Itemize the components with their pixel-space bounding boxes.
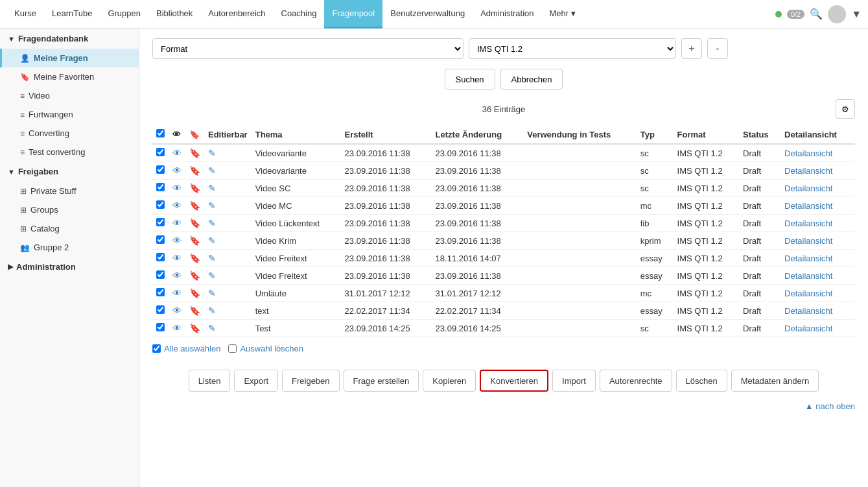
eye-icon[interactable]: 👁 xyxy=(172,148,182,158)
edit-icon[interactable]: ✎ xyxy=(208,148,216,158)
bookmark-row-icon[interactable]: 🔖 xyxy=(189,305,200,316)
row-checkbox[interactable] xyxy=(156,218,165,226)
sidebar-item-meine-fragen[interactable]: 👤 Meine Fragen xyxy=(0,49,139,67)
sidebar-item-meine-favoriten[interactable]: 🔖 Meine Favoriten xyxy=(0,67,139,86)
edit-icon[interactable]: ✎ xyxy=(208,183,216,193)
bookmark-row-icon[interactable]: 🔖 xyxy=(189,200,200,211)
auswahl-loeschen-label[interactable]: Auswahl löschen xyxy=(228,344,303,353)
qti-select[interactable]: IMS QTI 1.2 IMS QTI 2.1 xyxy=(469,38,676,59)
detail-link[interactable]: Detailansicht xyxy=(784,184,832,193)
add-filter-button[interactable]: + xyxy=(681,38,702,59)
action-btn-freigeben[interactable]: Freigeben xyxy=(282,370,340,392)
suchen-button[interactable]: Suchen xyxy=(445,69,495,89)
row-checkbox[interactable] xyxy=(156,235,165,244)
action-btn-frage-erstellen[interactable]: Frage erstellen xyxy=(344,370,419,392)
row-checkbox[interactable] xyxy=(156,148,165,156)
settings-button[interactable]: ⚙ xyxy=(836,99,855,119)
detail-link[interactable]: Detailansicht xyxy=(784,306,832,316)
bookmark-row-icon[interactable]: 🔖 xyxy=(189,183,200,193)
action-btn-löschen[interactable]: Löschen xyxy=(676,370,727,392)
edit-icon[interactable]: ✎ xyxy=(208,218,216,228)
nav-coaching[interactable]: Coaching xyxy=(274,0,325,29)
row-checkbox[interactable] xyxy=(156,200,165,209)
edit-icon[interactable]: ✎ xyxy=(208,235,216,246)
bookmark-row-icon[interactable]: 🔖 xyxy=(189,235,200,246)
detail-link[interactable]: Detailansicht xyxy=(784,148,832,158)
bookmark-row-icon[interactable]: 🔖 xyxy=(189,270,200,281)
search-icon[interactable]: 🔍 xyxy=(810,8,823,20)
nav-administration[interactable]: Administration xyxy=(473,0,541,29)
sidebar-item-private-stuff[interactable]: ⊞ Private Stuff xyxy=(0,182,139,200)
detail-link[interactable]: Detailansicht xyxy=(784,219,832,228)
bookmark-row-icon[interactable]: 🔖 xyxy=(189,323,200,333)
eye-icon[interactable]: 👁 xyxy=(172,200,182,211)
action-btn-metadaten-ändern[interactable]: Metadaten ändern xyxy=(731,370,819,392)
eye-icon[interactable]: 👁 xyxy=(172,183,182,193)
detail-link[interactable]: Detailansicht xyxy=(784,236,832,246)
sidebar-item-catalog[interactable]: ⊞ Catalog xyxy=(0,219,139,238)
bookmark-row-icon[interactable]: 🔖 xyxy=(189,165,200,176)
user-avatar[interactable] xyxy=(828,5,846,23)
action-btn-konvertieren[interactable]: Konvertieren xyxy=(480,370,548,392)
sidebar-item-video[interactable]: ≡ Video xyxy=(0,86,139,105)
row-checkbox[interactable] xyxy=(156,270,165,279)
bookmark-row-icon[interactable]: 🔖 xyxy=(189,218,200,228)
sidebar-item-furtwangen[interactable]: ≡ Furtwangen xyxy=(0,105,139,124)
edit-icon[interactable]: ✎ xyxy=(208,253,216,263)
sidebar-item-converting[interactable]: ≡ Converting xyxy=(0,124,139,143)
action-btn-kopieren[interactable]: Kopieren xyxy=(423,370,476,392)
alle-auswaehlen-label[interactable]: Alle auswählen xyxy=(152,344,220,353)
nav-kurse[interactable]: Kurse xyxy=(6,0,44,29)
detail-link[interactable]: Detailansicht xyxy=(784,254,832,263)
sidebar-section-fragendatenbank[interactable]: ▼ Fragendatenbank xyxy=(0,29,139,49)
nav-autorenbereich[interactable]: Autorenbereich xyxy=(200,0,273,29)
bookmark-row-icon[interactable]: 🔖 xyxy=(189,148,200,158)
detail-link[interactable]: Detailansicht xyxy=(784,289,832,298)
row-checkbox[interactable] xyxy=(156,165,165,174)
bookmark-row-icon[interactable]: 🔖 xyxy=(189,253,200,263)
eye-icon[interactable]: 👁 xyxy=(172,270,182,281)
row-checkbox[interactable] xyxy=(156,305,165,314)
action-btn-export[interactable]: Export xyxy=(234,370,278,392)
eye-icon[interactable]: 👁 xyxy=(172,305,182,316)
sidebar-item-test-converting[interactable]: ≡ Test converting xyxy=(0,143,139,161)
eye-icon[interactable]: 👁 xyxy=(172,253,182,263)
bookmark-row-icon[interactable]: 🔖 xyxy=(189,288,200,298)
auswahl-loeschen-checkbox[interactable] xyxy=(228,344,237,353)
abbrechen-button[interactable]: Abbrechen xyxy=(500,69,563,89)
edit-icon[interactable]: ✎ xyxy=(208,288,216,298)
action-btn-import[interactable]: Import xyxy=(552,370,596,392)
row-checkbox[interactable] xyxy=(156,183,165,191)
nav-mehr[interactable]: Mehr ▾ xyxy=(542,0,583,29)
row-checkbox[interactable] xyxy=(156,323,165,331)
edit-icon[interactable]: ✎ xyxy=(208,305,216,316)
edit-icon[interactable]: ✎ xyxy=(208,200,216,211)
action-btn-autorenrechte[interactable]: Autorenrechte xyxy=(600,370,672,392)
detail-link[interactable]: Detailansicht xyxy=(784,166,832,176)
edit-icon[interactable]: ✎ xyxy=(208,323,216,333)
format-select[interactable]: Format IMS QTI 1.2 IMS QTI 2.1 ILIAS xyxy=(152,38,463,59)
eye-icon[interactable]: 👁 xyxy=(172,323,182,333)
sidebar-section-administration[interactable]: ▶ Administration xyxy=(0,257,139,277)
select-all-checkbox[interactable] xyxy=(156,129,165,137)
nav-benutzerverwaltung[interactable]: Benutzerverwaltung xyxy=(382,0,473,29)
row-checkbox[interactable] xyxy=(156,288,165,296)
action-btn-listen[interactable]: Listen xyxy=(189,370,231,392)
nav-learntube[interactable]: LearnTube xyxy=(44,0,100,29)
remove-filter-button[interactable]: - xyxy=(707,38,728,59)
eye-icon[interactable]: 👁 xyxy=(172,165,182,176)
user-menu-chevron[interactable]: ▼ xyxy=(851,8,862,20)
nav-bibliothek[interactable]: Bibliothek xyxy=(148,0,200,29)
detail-link[interactable]: Detailansicht xyxy=(784,324,832,333)
back-to-top-link[interactable]: ▲ nach oben xyxy=(805,401,855,411)
eye-icon[interactable]: 👁 xyxy=(172,218,182,228)
nav-gruppen[interactable]: Gruppen xyxy=(100,0,148,29)
detail-link[interactable]: Detailansicht xyxy=(784,201,832,211)
sidebar-section-freigaben[interactable]: ▼ Freigaben xyxy=(0,161,139,182)
sidebar-item-groups[interactable]: ⊞ Groups xyxy=(0,200,139,219)
row-checkbox[interactable] xyxy=(156,253,165,261)
eye-icon[interactable]: 👁 xyxy=(172,235,182,246)
edit-icon[interactable]: ✎ xyxy=(208,165,216,176)
eye-icon[interactable]: 👁 xyxy=(172,288,182,298)
sidebar-item-gruppe-2[interactable]: 👥 Gruppe 2 xyxy=(0,238,139,257)
